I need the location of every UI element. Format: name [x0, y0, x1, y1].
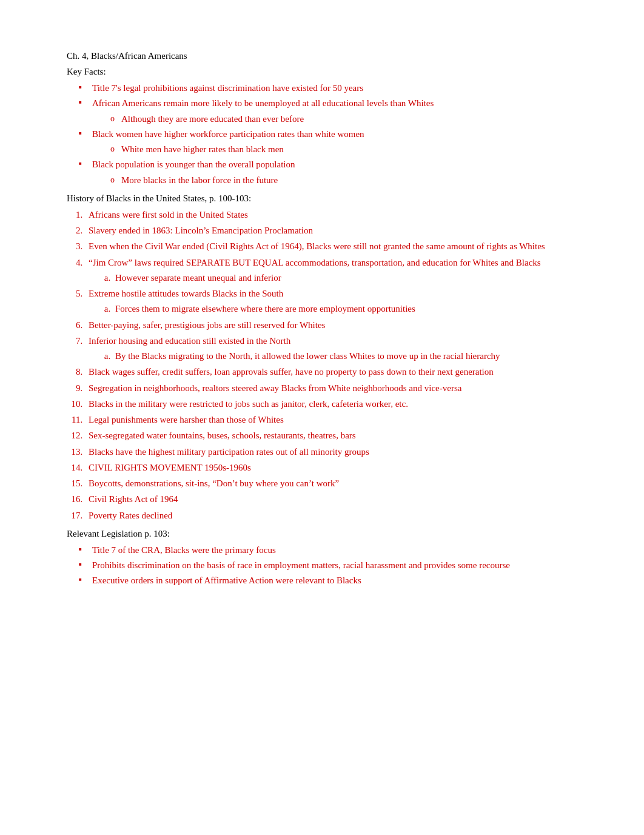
list-item: Title 7's legal prohibitions against dis…: [79, 81, 583, 95]
list-item: Inferior housing and education still exi…: [85, 334, 583, 364]
list-item-text: Title 7's legal prohibitions against dis…: [92, 83, 363, 93]
list-item: Slavery ended in 1863: Lincoln’s Emancip…: [85, 224, 583, 238]
page-content: Ch. 4, Blacks/African Americans Key Fact…: [67, 49, 583, 588]
list-item: Poverty Rates declined: [85, 509, 583, 523]
list-item-text: Black women have higher workforce partic…: [92, 129, 364, 139]
list-item-text: Black population is younger than the ove…: [92, 159, 295, 169]
list-item: Legal punishments were harsher than thos…: [85, 413, 583, 427]
list-item: Segregation in neighborhoods, realtors s…: [85, 381, 583, 395]
list-item: Executive orders in support of Affirmati…: [79, 574, 583, 588]
list-item: CIVIL RIGHTS MOVEMENT 1950s-1960s: [85, 461, 583, 475]
sub-list-item: More blacks in the labor force in the fu…: [110, 173, 583, 187]
list-item: Civil Rights Act of 1964: [85, 492, 583, 506]
sub-list: Although they are more educated than eve…: [92, 112, 583, 126]
chapter-header: Ch. 4, Blacks/African Americans: [67, 49, 583, 63]
list-item: Blacks have the highest military partici…: [85, 445, 583, 459]
sub-list-item: Forces them to migrate elsewhere where t…: [113, 302, 583, 316]
list-item: Better-paying, safer, prestigious jobs a…: [85, 318, 583, 332]
alpha-sub-list: Forces them to migrate elsewhere where t…: [89, 302, 583, 316]
list-item: Prohibits discrimination on the basis of…: [79, 558, 583, 572]
key-facts-list: Title 7's legal prohibitions against dis…: [67, 81, 583, 187]
sub-list-item: Although they are more educated than eve…: [110, 112, 583, 126]
alpha-sub-list: By the Blacks migrating to the North, it…: [89, 349, 583, 363]
list-item: Black population is younger than the ove…: [79, 158, 583, 187]
list-item: Even when the Civil War ended (Civil Rig…: [85, 240, 583, 253]
list-item: “Jim Crow” laws required SEPARATE BUT EQ…: [85, 256, 583, 286]
list-item: Blacks in the military were restricted t…: [85, 397, 583, 411]
sub-list-item: However separate meant unequal and infer…: [113, 271, 583, 285]
list-item: Africans were first sold in the United S…: [85, 208, 583, 222]
sub-list-item: By the Blacks migrating to the North, it…: [113, 349, 583, 363]
list-item: Title 7 of the CRA, Blacks were the prim…: [79, 543, 583, 557]
legislation-list: Title 7 of the CRA, Blacks were the prim…: [67, 543, 583, 588]
key-facts-label: Key Facts:: [67, 64, 583, 79]
list-item: Sex-segregated water fountains, buses, s…: [85, 429, 583, 443]
list-item-text: African Americans remain more likely to …: [92, 98, 434, 108]
list-item: Extreme hostile attitudes towards Blacks…: [85, 287, 583, 317]
history-header: History of Blacks in the United States, …: [67, 191, 583, 206]
list-item: Black women have higher workforce partic…: [79, 127, 583, 157]
sub-list-item: White men have higher rates than black m…: [110, 143, 583, 156]
history-list: Africans were first sold in the United S…: [67, 208, 583, 523]
alpha-sub-list: However separate meant unequal and infer…: [89, 271, 583, 285]
list-item: Boycotts, demonstrations, sit-ins, “Don’…: [85, 477, 583, 491]
list-item: African Americans remain more likely to …: [79, 96, 583, 126]
sub-list: More blacks in the labor force in the fu…: [92, 173, 583, 187]
sub-list: White men have higher rates than black m…: [92, 143, 583, 156]
list-item: Black wages suffer, credit suffers, loan…: [85, 365, 583, 379]
legislation-header: Relevant Legislation p. 103:: [67, 526, 583, 541]
